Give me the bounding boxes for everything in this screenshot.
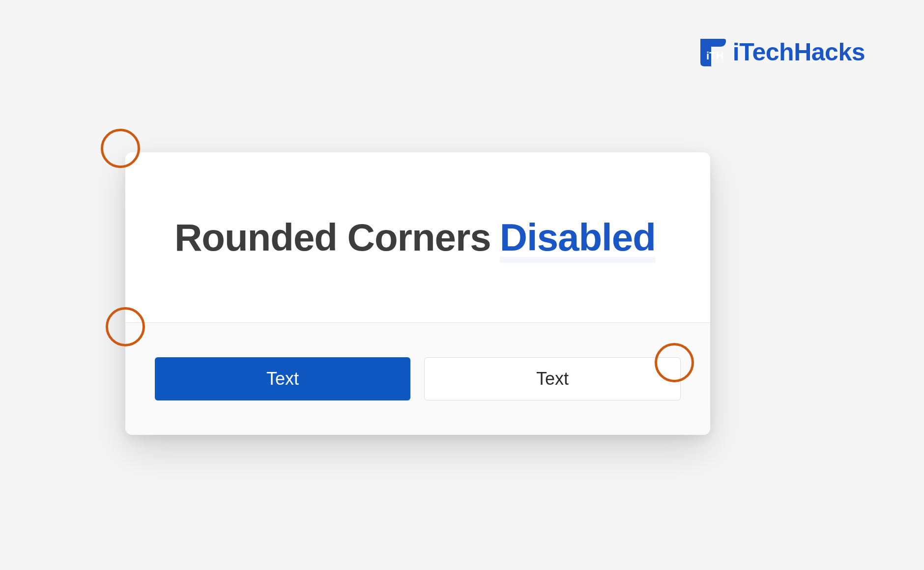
primary-button[interactable]: Text bbox=[155, 357, 410, 400]
dialog-footer: Text Text bbox=[125, 323, 710, 435]
dialog-body: Rounded Corners Disabled bbox=[125, 152, 710, 323]
watermark: iTH iTechHacks bbox=[697, 37, 865, 67]
dialog-card: Rounded Corners Disabled Text Text bbox=[125, 152, 710, 435]
title-prefix: Rounded Corners bbox=[174, 215, 491, 260]
svg-text:iTH: iTH bbox=[706, 50, 723, 62]
brand-logo-icon: iTH bbox=[697, 37, 728, 67]
secondary-button[interactable]: Text bbox=[424, 357, 681, 400]
title-status: Disabled bbox=[500, 215, 656, 260]
dialog-title: Rounded Corners Disabled bbox=[174, 215, 656, 260]
brand-name: iTechHacks bbox=[733, 38, 865, 66]
